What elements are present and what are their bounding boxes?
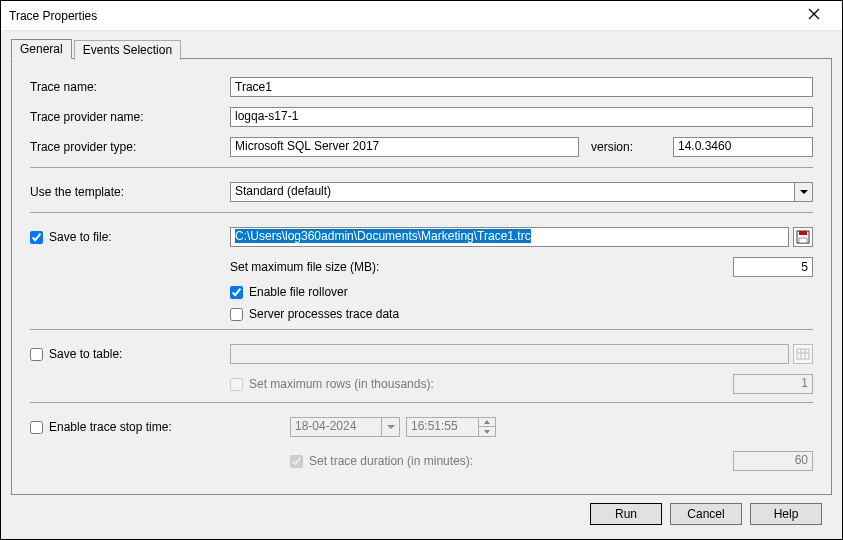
set-duration-check <box>290 455 303 468</box>
save-to-file-label: Save to file: <box>49 230 112 244</box>
stop-time-input: 16:51:55 <box>406 417 479 437</box>
save-to-file-check[interactable] <box>30 231 43 244</box>
browse-file-button[interactable] <box>793 227 813 247</box>
chevron-down-icon <box>800 188 808 196</box>
provider-name-value: logqa-s17-1 <box>230 107 813 127</box>
save-to-table-label: Save to table: <box>49 347 122 361</box>
separator <box>30 402 813 403</box>
cancel-button[interactable]: Cancel <box>670 503 742 525</box>
enable-stop-checkbox[interactable]: Enable trace stop time: <box>30 420 230 434</box>
template-value: Standard (default) <box>230 182 795 202</box>
browse-table-button <box>793 344 813 364</box>
set-duration-label: Set trace duration (in minutes): <box>309 454 473 468</box>
svg-marker-10 <box>387 425 395 429</box>
max-rows-input: 1 <box>733 374 813 394</box>
close-button[interactable] <box>794 8 834 23</box>
save-to-file-checkbox[interactable]: Save to file: <box>30 230 230 244</box>
max-rows-checkbox: Set maximum rows (in thousands): <box>230 377 630 391</box>
set-duration-checkbox: Set trace duration (in minutes): <box>230 454 630 468</box>
max-file-size-label: Set maximum file size (MB): <box>230 260 630 274</box>
chevron-down-icon <box>387 423 395 431</box>
run-button[interactable]: Run <box>590 503 662 525</box>
svg-marker-2 <box>800 190 808 194</box>
enable-rollover-check[interactable] <box>230 286 243 299</box>
svg-rect-4 <box>799 231 807 235</box>
file-path-text: C:\Users\log360admin\Documents\Marketing… <box>235 229 531 243</box>
svg-rect-6 <box>797 349 809 359</box>
stop-time-spinner <box>479 417 496 437</box>
tab-events-selection[interactable]: Events Selection <box>74 40 181 60</box>
file-path-input[interactable]: C:\Users\log360admin\Documents\Marketing… <box>230 227 789 247</box>
svg-marker-11 <box>484 420 490 424</box>
separator <box>30 167 813 168</box>
duration-input: 60 <box>733 451 813 471</box>
trace-properties-window: Trace Properties General Events Selectio… <box>0 0 843 540</box>
template-combo[interactable]: Standard (default) <box>230 182 813 202</box>
template-dropdown-button[interactable] <box>795 182 813 202</box>
general-panel: Trace name: Trace provider name: logqa-s… <box>11 58 832 495</box>
separator <box>30 329 813 330</box>
enable-stop-check[interactable] <box>30 421 43 434</box>
footer-buttons: Run Cancel Help <box>11 495 832 533</box>
stop-date-dropdown <box>382 417 400 437</box>
enable-rollover-checkbox[interactable]: Enable file rollover <box>230 285 348 299</box>
table-path-input <box>230 344 789 364</box>
close-icon <box>808 8 820 20</box>
max-rows-label: Set maximum rows (in thousands): <box>249 377 434 391</box>
chevron-up-icon <box>484 420 490 424</box>
enable-stop-label: Enable trace stop time: <box>49 420 172 434</box>
trace-name-input[interactable] <box>230 77 813 97</box>
server-processes-label: Server processes trace data <box>249 307 399 321</box>
tab-general[interactable]: General <box>11 39 72 59</box>
stop-date-input: 18-04-2024 <box>290 417 382 437</box>
svg-rect-5 <box>799 238 807 243</box>
provider-name-label: Trace provider name: <box>30 110 230 124</box>
chevron-down-icon <box>484 430 490 434</box>
window-title: Trace Properties <box>9 9 794 23</box>
server-processes-checkbox[interactable]: Server processes trace data <box>230 307 399 321</box>
content-area: General Events Selection Trace name: Tra… <box>1 31 842 539</box>
separator <box>30 212 813 213</box>
version-value: 14.0.3460 <box>673 137 813 157</box>
provider-type-label: Trace provider type: <box>30 140 230 154</box>
save-to-table-checkbox[interactable]: Save to table: <box>30 347 230 361</box>
trace-name-label: Trace name: <box>30 80 230 94</box>
version-label: version: <box>591 140 661 154</box>
enable-rollover-label: Enable file rollover <box>249 285 348 299</box>
table-icon <box>796 347 810 361</box>
titlebar: Trace Properties <box>1 1 842 31</box>
save-icon <box>796 230 810 244</box>
max-file-size-input[interactable] <box>733 257 813 277</box>
max-rows-check <box>230 378 243 391</box>
help-button[interactable]: Help <box>750 503 822 525</box>
server-processes-check[interactable] <box>230 308 243 321</box>
svg-marker-12 <box>484 430 490 434</box>
save-to-table-check[interactable] <box>30 348 43 361</box>
use-template-label: Use the template: <box>30 185 230 199</box>
provider-type-value: Microsoft SQL Server 2017 <box>230 137 579 157</box>
tabstrip: General Events Selection <box>11 39 832 59</box>
